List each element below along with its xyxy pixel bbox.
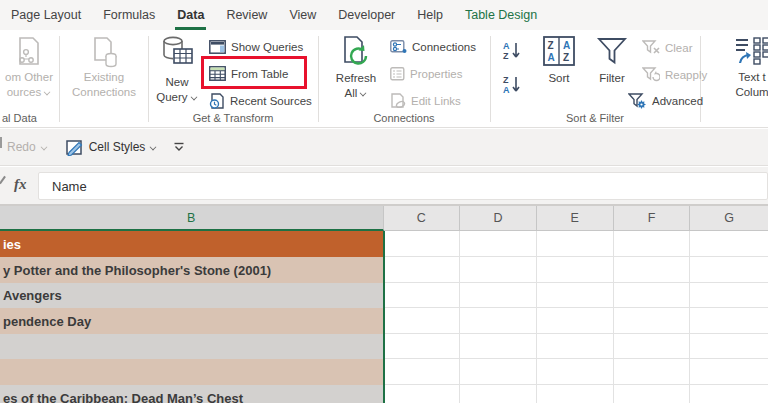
filter-button[interactable]: Filter: [590, 36, 634, 86]
empty-cell[interactable]: [537, 308, 614, 334]
empty-cell[interactable]: [460, 385, 537, 403]
connections-icon: [390, 40, 407, 53]
empty-cell[interactable]: [384, 283, 461, 308]
collapse-ribbon-icon: [173, 142, 185, 152]
reapply-filter-icon: [642, 67, 660, 82]
advanced-filter-button[interactable]: Advanced: [628, 93, 703, 109]
tab-data[interactable]: Data: [166, 0, 215, 30]
empty-cell[interactable]: [537, 257, 614, 283]
empty-cell[interactable]: [614, 231, 691, 257]
column-header-d[interactable]: D: [460, 206, 537, 231]
group-separator: [59, 36, 60, 122]
svg-text:Z: Z: [548, 40, 554, 51]
sort-button[interactable]: Z A A Z Sort: [536, 36, 582, 86]
empty-cell[interactable]: [690, 334, 768, 359]
cell-styles-icon: [66, 139, 84, 156]
empty-cell[interactable]: [614, 308, 691, 334]
redo-button[interactable]: Redo: [7, 140, 48, 154]
empty-cell[interactable]: [460, 334, 537, 359]
tab-view[interactable]: View: [278, 0, 327, 30]
group-label-external-data: al Data: [0, 112, 60, 124]
movie-cell[interactable]: pendence Day: [0, 308, 384, 334]
properties-button[interactable]: Properties: [390, 67, 462, 81]
chevron-down-icon: [41, 142, 48, 149]
tab-page-layout[interactable]: Page Layout: [0, 0, 92, 30]
empty-cell[interactable]: [614, 334, 691, 359]
new-query-button[interactable]: New Query: [152, 35, 202, 105]
empty-cell[interactable]: [384, 257, 461, 283]
empty-cell[interactable]: [460, 231, 537, 257]
tab-table-design[interactable]: Table Design: [454, 0, 548, 30]
empty-cell[interactable]: [460, 257, 537, 283]
database-table-icon: [159, 35, 195, 75]
empty-cell[interactable]: [690, 308, 768, 334]
sort-za-icon: Z A: [502, 74, 526, 96]
formula-bar-input[interactable]: Name: [38, 172, 768, 200]
column-header-c[interactable]: C: [384, 206, 461, 231]
column-header-g[interactable]: G: [690, 206, 768, 231]
empty-cell[interactable]: [537, 334, 614, 359]
empty-cell[interactable]: [384, 385, 461, 403]
movie-cell[interactable]: es of the Caribbean: Dead Man’s Chest: [0, 385, 384, 403]
customize-toolbar-button[interactable]: [173, 142, 185, 152]
empty-cell[interactable]: [614, 385, 691, 403]
empty-cell[interactable]: [460, 283, 537, 308]
connections-button[interactable]: Connections: [390, 40, 476, 53]
empty-cell[interactable]: [537, 359, 614, 385]
insert-function-icon[interactable]: fx: [14, 176, 27, 193]
empty-cell[interactable]: [460, 359, 537, 385]
empty-cell[interactable]: [690, 231, 768, 257]
empty-cell[interactable]: [690, 283, 768, 308]
empty-cell[interactable]: [690, 385, 768, 403]
empty-cell[interactable]: [614, 257, 691, 283]
clear-filter-button[interactable]: Clear: [642, 40, 692, 55]
cell-styles-button[interactable]: Cell Styles: [66, 139, 158, 156]
show-queries-button[interactable]: Show Queries: [209, 40, 303, 54]
empty-cell[interactable]: [384, 359, 461, 385]
movie-cell[interactable]: [0, 359, 384, 385]
selection-border: [383, 231, 385, 403]
tab-help[interactable]: Help: [406, 0, 454, 30]
group-label-connections: Connections: [318, 112, 490, 124]
refresh-all-button[interactable]: Refresh All: [330, 35, 382, 101]
tab-developer[interactable]: Developer: [327, 0, 406, 30]
button-label: Reapply: [665, 69, 707, 81]
empty-cell[interactable]: [384, 308, 461, 334]
edit-links-button[interactable]: Edit Links: [390, 93, 461, 108]
recent-sources-button[interactable]: Recent Sources: [209, 93, 312, 109]
filter-funnel-icon: [595, 36, 629, 68]
empty-cell[interactable]: [614, 359, 691, 385]
empty-cell[interactable]: [537, 231, 614, 257]
empty-cell[interactable]: [537, 283, 614, 308]
button-label: Connections: [72, 85, 136, 100]
column-header-f[interactable]: F: [614, 206, 691, 231]
from-other-sources-button[interactable]: om Other ources: [0, 36, 58, 100]
column-header-b[interactable]: B: [0, 206, 384, 231]
empty-cell[interactable]: [384, 334, 461, 359]
sort-ascending-button[interactable]: A Z: [502, 40, 526, 62]
text-to-columns-button[interactable]: Text t Colum: [722, 36, 768, 100]
empty-cell[interactable]: [690, 359, 768, 385]
button-label: Refresh: [336, 71, 376, 86]
from-table-button[interactable]: From Table: [209, 66, 288, 81]
movie-cell[interactable]: [0, 334, 384, 359]
sort-descending-button[interactable]: Z A: [502, 74, 526, 96]
reapply-filter-button[interactable]: Reapply: [642, 67, 707, 82]
empty-cell[interactable]: [690, 257, 768, 283]
empty-cell[interactable]: [384, 231, 461, 257]
table-header-cell[interactable]: ies: [0, 231, 384, 257]
column-header-e[interactable]: E: [537, 206, 614, 231]
empty-cell[interactable]: [460, 308, 537, 334]
group-label-sort-filter: Sort & Filter: [490, 112, 700, 124]
empty-cell[interactable]: [537, 385, 614, 403]
document-clock-icon: [209, 93, 225, 109]
movie-cell[interactable]: Avengers: [0, 283, 384, 308]
tab-formulas[interactable]: Formulas: [92, 0, 166, 30]
svg-text:A: A: [503, 85, 510, 95]
empty-cell[interactable]: [614, 283, 691, 308]
formula-bar-value: Name: [52, 179, 87, 194]
existing-connections-button[interactable]: Existing Connections: [64, 36, 144, 100]
tab-review[interactable]: Review: [215, 0, 278, 30]
button-label: Connections: [412, 41, 476, 53]
movie-cell[interactable]: y Potter and the Philosopher's Stone (20…: [0, 257, 384, 283]
